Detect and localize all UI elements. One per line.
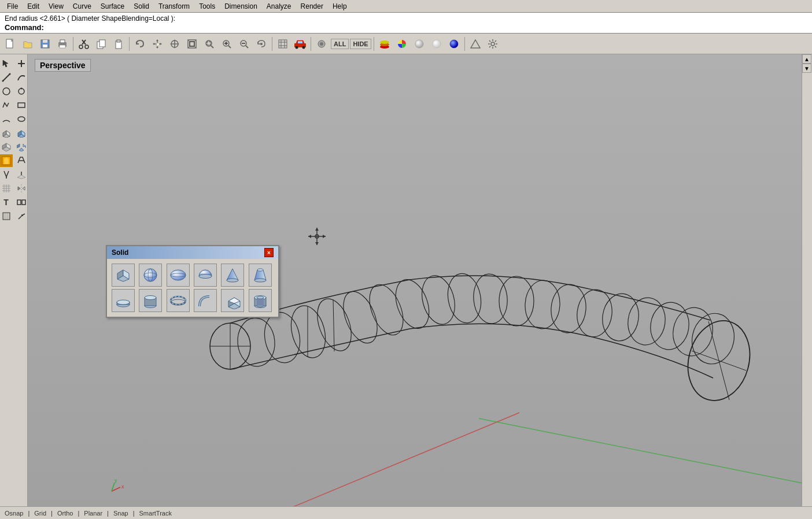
solid-sphere-btn[interactable] [139,264,162,287]
svg-rect-14 [117,40,120,42]
undo-view-button[interactable] [253,36,270,52]
menu-dimension[interactable]: Dimension [220,1,262,12]
copy-button[interactable] [93,36,109,52]
svg-rect-12 [99,40,105,47]
solid-explode-tool[interactable] [15,140,28,153]
svg-point-61 [3,88,10,95]
mirror-tool[interactable] [15,182,28,195]
viewport[interactable]: Perspective Solid × [28,54,812,513]
svg-rect-64 [18,103,25,107]
print-button[interactable] [54,36,71,52]
sphere-blue-button[interactable] [446,36,462,52]
solid-close-button[interactable]: × [264,248,274,257]
svg-marker-75 [19,148,24,151]
pan-button[interactable] [149,36,165,52]
menu-tools[interactable]: Tools [194,1,220,12]
menu-solid[interactable]: Solid [129,1,154,12]
freeform-tool[interactable] [0,99,13,112]
solid-ellipsoid-btn[interactable] [167,264,190,287]
sphere-white-button[interactable] [429,36,445,52]
menu-view[interactable]: View [44,1,68,12]
save-button[interactable] [37,36,53,52]
text-tool[interactable]: T [0,196,13,209]
solid-box-tool[interactable] [0,140,13,153]
zoom-in-button[interactable] [219,36,235,52]
color-picker-button[interactable] [394,36,410,52]
cut-button[interactable] [76,36,92,52]
solid-truncone-btn[interactable] [249,264,272,287]
osnap-status: Osnap [5,510,23,517]
layers-button[interactable] [377,36,393,52]
svg-point-50 [415,40,423,48]
svg-point-150 [117,300,130,305]
open-button[interactable] [20,36,36,52]
curve-tool[interactable] [15,71,28,84]
menu-analyze[interactable]: Analyze [262,1,296,12]
solid-box-btn[interactable] [112,264,135,287]
menu-surface[interactable]: Surface [96,1,129,12]
hatch-tool[interactable] [0,210,13,223]
menu-file[interactable]: File [2,1,23,12]
cplane-tool[interactable] [15,168,28,181]
svg-point-10 [85,45,88,49]
solid-torus-btn[interactable] [167,289,190,312]
triangle-button[interactable] [467,36,483,52]
menu-help[interactable]: Help [328,1,352,12]
command-input[interactable] [46,23,220,32]
layout-tool[interactable] [0,154,13,167]
object-snap-button[interactable] [313,36,330,52]
solid-halfsphere-btn[interactable] [194,264,217,287]
viewport-scrollbar[interactable]: ▲ ▼ [802,54,812,513]
scroll-down-btn[interactable]: ▼ [802,64,811,73]
sphere-render-button[interactable] [411,36,427,52]
zoom-extents-button[interactable] [184,36,200,52]
paste-button[interactable] [110,36,127,52]
svg-point-139 [144,269,157,281]
all-label[interactable]: ALL [331,39,349,49]
rect-tool[interactable] [15,99,28,112]
move-obj-tool[interactable] [0,168,13,181]
grid-button[interactable] [275,36,291,52]
undo-button[interactable] [132,36,148,52]
zoom-out-button[interactable] [236,36,252,52]
solid-cone-btn[interactable] [221,264,244,287]
solid-flatcyl-btn[interactable] [112,289,135,312]
select-tool[interactable] [0,57,13,70]
grid-snap-tool[interactable] [0,182,13,195]
block-tool[interactable] [15,196,28,209]
ellipse-tool[interactable] [15,113,28,125]
annotation-tool[interactable] [15,154,28,167]
menu-curve[interactable]: Curve [68,1,96,12]
menu-render[interactable]: Render [296,1,328,12]
zoom-window-button[interactable] [201,36,217,52]
car-button[interactable] [292,36,308,52]
solid-panel-title[interactable]: Solid × [107,246,278,259]
surface-tool[interactable] [0,127,13,139]
solid-pipebend-btn[interactable] [194,289,217,312]
mesh-tool[interactable] [15,127,28,139]
svg-marker-76 [17,144,20,148]
solid-grid [107,259,278,317]
circle-tool[interactable] [0,85,13,98]
svg-marker-91 [23,187,25,190]
point-tool[interactable] [15,57,28,70]
line-tool[interactable] [0,71,13,84]
menu-edit[interactable]: Edit [23,1,44,12]
settings-button[interactable] [485,36,501,52]
arc-tool[interactable] [0,113,13,125]
solid-extrude-btn[interactable] [221,289,244,312]
solid-tube-btn[interactable] [249,289,272,312]
svg-point-59 [2,80,3,82]
solid-cylinder-btn[interactable] [139,289,162,312]
hide-label[interactable]: HIDE [350,39,371,49]
svg-point-144 [199,275,212,279]
menu-transform[interactable]: Transform [154,1,194,12]
svg-point-42 [302,46,305,49]
grid-status: Grid [34,510,46,517]
new-button[interactable] [2,36,19,52]
svg-rect-57 [18,63,25,64]
leader-tool[interactable] [15,210,28,223]
circle-pt-tool[interactable] [15,85,28,98]
scroll-up-btn[interactable]: ▲ [802,54,811,64]
move-button[interactable] [167,36,183,52]
